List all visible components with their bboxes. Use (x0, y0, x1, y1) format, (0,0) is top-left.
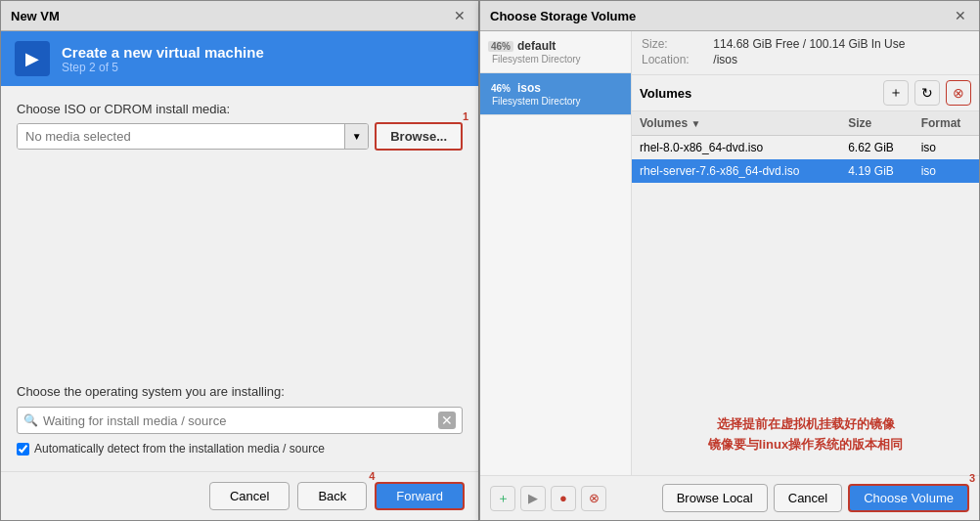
dialog-header-title: Create a new virtual machine (62, 44, 264, 61)
delete-volume-button[interactable]: ⊗ (946, 80, 971, 106)
cancel-volume-button[interactable]: Cancel (774, 484, 842, 512)
os-search-input[interactable] (43, 413, 438, 428)
new-vm-footer: Cancel Back Forward (1, 471, 478, 520)
col-volumes: Volumes ▼ (632, 111, 840, 136)
table-row[interactable]: rhel-8.0-x86_64-dvd.iso 6.62 GiB iso (632, 136, 979, 160)
search-icon: 🔍 (23, 413, 38, 427)
media-input[interactable] (18, 124, 344, 149)
auto-detect-container: Automatically detect from the installati… (17, 442, 463, 456)
choose-volume-button[interactable]: Choose Volume (848, 484, 969, 512)
col-size: Size (840, 111, 913, 136)
new-vm-dialog: New VM ✕ ▶ Create a new virtual machine … (0, 0, 479, 521)
storage-titlebar: Choose Storage Volume ✕ (480, 1, 979, 31)
dialog-body: Choose ISO or CDROM install media: ▼ Bro… (1, 86, 478, 471)
media-dropdown-button[interactable]: ▼ (344, 124, 368, 149)
media-section-label: Choose ISO or CDROM install media: (17, 102, 463, 116)
storage-footer: ＋ ▶ ● ⊗ Browse Local Cancel Choose Volum… (480, 475, 979, 520)
os-search-container: 🔍 ✕ (17, 407, 463, 434)
media-input-container: ▼ (17, 123, 369, 150)
table-row[interactable]: rhel-server-7.6-x86_64-dvd.iso 4.19 GiB … (632, 159, 979, 183)
sidebar-isos-name: isos (517, 81, 541, 95)
record-icon-button[interactable]: ● (551, 486, 576, 511)
footer-left-buttons: ＋ ▶ ● ⊗ (490, 486, 654, 511)
spacer (17, 162, 463, 372)
storage-close-button[interactable]: ✕ (952, 7, 969, 24)
sidebar-item-default[interactable]: 46% default Filesystem Directory (480, 31, 631, 73)
forward-button[interactable]: Forward (375, 482, 465, 510)
info-bar: Size: 114.68 GiB Free / 100.14 GiB In Us… (632, 31, 979, 75)
volumes-main-panel: Size: 114.68 GiB Free / 100.14 GiB In Us… (632, 31, 979, 475)
vol-format-2: iso (913, 159, 979, 183)
os-section: Choose the operating system you are inst… (17, 384, 463, 456)
footer-right-buttons: Browse Local Cancel Choose Volume (662, 484, 969, 512)
cancel-button[interactable]: Cancel (209, 482, 290, 510)
play-icon-button[interactable]: ▶ (520, 486, 546, 511)
dialog-header-step: Step 2 of 5 (62, 61, 264, 74)
new-vm-title: New VM (11, 9, 60, 23)
volumes-label: Volumes (640, 86, 877, 101)
refresh-button[interactable]: ↻ (914, 80, 940, 106)
storage-sidebar: 46% default Filesystem Directory 46% iso… (480, 31, 632, 475)
volumes-table-container: Volumes ▼ Size Format rhel-8.0-x86_64-dv… (632, 111, 979, 395)
new-vm-titlebar: New VM ✕ (1, 1, 478, 31)
auto-detect-checkbox[interactable] (17, 443, 29, 456)
new-vm-close-button[interactable]: ✕ (451, 7, 468, 24)
browse-button[interactable]: Browse... (375, 122, 463, 151)
add-icon-button[interactable]: ＋ (490, 486, 515, 511)
col-format: Format (913, 111, 979, 136)
sidebar-item-isos[interactable]: 46% isos Filesystem Directory (480, 73, 631, 115)
storage-title: Choose Storage Volume (490, 9, 636, 23)
vol-name-1: rhel-8.0-x86_64-dvd.iso (632, 136, 840, 160)
media-section: Choose ISO or CDROM install media: ▼ Bro… (17, 102, 463, 151)
dialog-header: ▶ Create a new virtual machine Step 2 of… (1, 31, 478, 86)
size-value: 114.68 GiB Free / 100.14 GiB In Use (713, 37, 905, 51)
back-button[interactable]: Back (297, 482, 367, 510)
vol-size-2: 4.19 GiB (840, 159, 913, 183)
location-label: Location: (642, 53, 710, 66)
vol-format-1: iso (913, 136, 979, 160)
vol-name-2: rhel-server-7.6-x86_64-dvd.iso (632, 159, 840, 183)
stop-icon-button[interactable]: ⊗ (581, 486, 606, 511)
browse-local-button[interactable]: Browse Local (662, 484, 768, 512)
size-label: Size: (642, 37, 710, 51)
clear-icon[interactable]: ✕ (438, 412, 456, 429)
storage-body: 46% default Filesystem Directory 46% iso… (480, 31, 979, 475)
sidebar-default-name: default (517, 39, 556, 53)
annotation-text: 选择提前在虚拟机挂载好的镜像 镜像要与linux操作系统的版本相同 (632, 395, 979, 475)
vm-icon: ▶ (15, 41, 50, 76)
storage-dialog: Choose Storage Volume ✕ 46% default File… (479, 0, 980, 521)
location-value: /isos (713, 53, 737, 66)
media-row: ▼ Browse... (17, 122, 463, 151)
vol-size-1: 6.62 GiB (840, 136, 913, 160)
add-volume-button[interactable]: ＋ (883, 80, 909, 106)
sidebar-default-type: Filesystem Directory (488, 54, 623, 65)
os-section-label: Choose the operating system you are inst… (17, 384, 463, 399)
sidebar-isos-type: Filesystem Directory (488, 96, 623, 107)
volumes-toolbar: Volumes ＋ ↻ ⊗ (632, 75, 979, 111)
volumes-table: Volumes ▼ Size Format rhel-8.0-x86_64-dv… (632, 111, 979, 183)
auto-detect-label: Automatically detect from the installati… (34, 442, 325, 456)
